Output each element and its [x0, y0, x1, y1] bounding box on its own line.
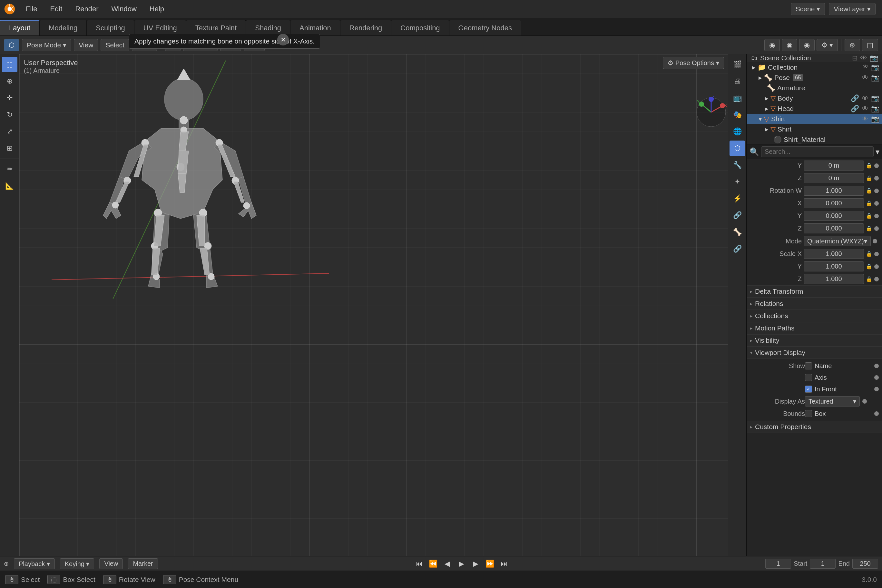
prop-tab-physics[interactable]: ⚡ — [729, 191, 745, 206]
outliner-settings-icon[interactable]: 👁 — [860, 54, 867, 62]
section-delta-transform[interactable]: ▸ Delta Transform — [747, 285, 882, 297]
visibility-icon[interactable]: 👁 — [862, 63, 868, 71]
outliner-item-armature[interactable]: 🦴 Armature — [747, 83, 882, 93]
view-menu-timeline[interactable]: View — [99, 558, 123, 569]
prop-rz-dot[interactable] — [874, 226, 879, 231]
menu-help[interactable]: Help — [143, 0, 171, 18]
prop-tab-particles[interactable]: ✦ — [729, 174, 745, 189]
prop-tab-object[interactable]: ⬡ — [729, 141, 745, 156]
outliner-item-shirt-parent[interactable]: ▾ ▽ Shirt 👁 📷 — [747, 114, 882, 124]
shirt-visibility-icon[interactable]: 👁 — [862, 115, 868, 123]
prop-tab-world[interactable]: 🌐 — [729, 124, 745, 139]
start-frame-input[interactable] — [810, 559, 836, 568]
viewport-shading-options[interactable]: ⚙ ▾ — [816, 39, 838, 51]
select-tool[interactable]: ⬚ — [2, 57, 17, 72]
viewport-shading-rendered[interactable]: ◉ — [799, 39, 814, 51]
shirt-render-icon[interactable]: 📷 — [871, 115, 879, 123]
prop-rotation-w-value[interactable]: 1.000 — [804, 186, 864, 196]
section-motion-paths[interactable]: ▸ Motion Paths — [747, 322, 882, 334]
jump-to-start-btn[interactable]: ⏮ — [413, 558, 425, 570]
outliner-item-shirt[interactable]: ▸ ▽ Shirt — [747, 124, 882, 134]
menu-edit[interactable]: Edit — [44, 0, 69, 18]
prop-mode-dot[interactable] — [873, 239, 877, 243]
prop-rw-lock[interactable]: 🔒 — [866, 188, 872, 194]
outliner-item-body[interactable]: ▸ ▽ Body 🔗 👁 📷 — [747, 93, 882, 104]
show-in-front-checkbox[interactable]: ✓ — [805, 386, 812, 393]
cursor-tool[interactable]: ⊕ — [2, 74, 17, 89]
head-render-icon[interactable]: 📷 — [871, 105, 879, 112]
render-icon[interactable]: 📷 — [871, 63, 879, 71]
marker-menu[interactable]: Marker — [128, 558, 158, 569]
scene-selector[interactable]: Scene ▾ — [791, 3, 825, 15]
viewlayer-selector[interactable]: ViewLayer ▾ — [829, 3, 876, 15]
prop-tab-output[interactable]: 🖨 — [729, 74, 745, 89]
prop-rotation-y-value[interactable]: 0.000 — [804, 211, 864, 221]
blender-logo[interactable] — [0, 0, 20, 18]
mode-selector[interactable]: Pose Mode ▾ — [22, 39, 71, 51]
outliner-item-head[interactable]: ▸ ▽ Head 🔗 👁 📷 — [747, 104, 882, 114]
outliner-restrict-icon[interactable]: 📷 — [870, 54, 878, 62]
transform-tool[interactable]: ⊞ — [2, 141, 17, 156]
show-name-dot[interactable] — [874, 364, 879, 368]
xray-toggle[interactable]: ◫ — [862, 39, 878, 51]
tooltip-close-button[interactable]: ✕ — [277, 34, 289, 45]
measure-tool[interactable]: 📐 — [2, 178, 17, 194]
prop-z-dot[interactable] — [874, 176, 879, 180]
prop-tab-constraints[interactable]: 🔗 — [729, 208, 745, 223]
play-btn[interactable]: ▶ — [456, 558, 467, 570]
tab-texture-paint[interactable]: Texture Paint — [186, 20, 246, 36]
tab-uv-editing[interactable]: UV Editing — [134, 20, 186, 36]
outliner-item-collection[interactable]: ▸ 📁 Collection 👁 📷 — [747, 62, 882, 72]
prop-sx-lock[interactable]: 🔒 — [866, 251, 872, 257]
step-back-btn[interactable]: ◀ — [442, 558, 453, 570]
prop-tab-modifier[interactable]: 🔧 — [729, 158, 745, 173]
prop-sx-dot[interactable] — [874, 252, 879, 256]
tab-modeling[interactable]: Modeling — [40, 20, 87, 36]
prop-mode-dropdown[interactable]: Quaternion (WXYZ) ▾ — [804, 236, 871, 246]
head-visibility-icon[interactable]: 👁 — [862, 105, 868, 112]
end-frame-input[interactable] — [852, 559, 878, 568]
next-keyframe-btn[interactable]: ⏩ — [484, 558, 496, 570]
prop-sz-dot[interactable] — [874, 277, 879, 281]
tab-geometry-nodes[interactable]: Geometry Nodes — [449, 20, 521, 36]
prop-rx-lock[interactable]: 🔒 — [866, 200, 872, 206]
show-in-front-dot[interactable] — [874, 387, 879, 392]
section-viewport-display[interactable]: ▾ Viewport Display — [747, 346, 882, 359]
view-menu[interactable]: View — [74, 39, 98, 51]
prop-y-dot[interactable] — [874, 164, 879, 168]
prop-y-value[interactable]: 0 m — [804, 160, 864, 171]
pose-options-button[interactable]: ⚙ Pose Options ▾ — [663, 57, 724, 69]
viewport-shading-solid[interactable]: ◉ — [764, 39, 780, 51]
annotate-tool[interactable]: ✏ — [2, 162, 17, 177]
main-viewport[interactable]: User Perspective (1) Armature ⚙ Pose Opt… — [20, 54, 747, 556]
prop-sz-lock[interactable]: 🔒 — [866, 276, 872, 282]
tab-sculpting[interactable]: Sculpting — [87, 20, 134, 36]
outliner-item-shirt-material[interactable]: ⚫ Shirt_Material — [747, 134, 882, 144]
body-render-icon[interactable]: 📷 — [871, 94, 879, 102]
prop-tab-bone-constraints[interactable]: 🔗 — [729, 241, 745, 256]
jump-to-end-btn[interactable]: ⏭ — [498, 558, 510, 570]
show-name-checkbox[interactable] — [805, 362, 812, 369]
prop-rz-lock[interactable]: 🔒 — [866, 225, 872, 231]
prop-tab-view[interactable]: 📺 — [729, 90, 745, 106]
bounds-dot[interactable] — [874, 411, 879, 416]
prop-tab-render[interactable]: 🎬 — [729, 57, 745, 72]
scale-tool[interactable]: ⤢ — [2, 124, 17, 139]
rotate-tool[interactable]: ↻ — [2, 107, 17, 123]
tab-rendering[interactable]: Rendering — [340, 20, 392, 36]
tab-layout[interactable]: Layout — [0, 20, 40, 36]
prop-rotation-x-value[interactable]: 0.000 — [804, 198, 864, 208]
pose-visibility-icon[interactable]: 👁 — [862, 74, 868, 81]
search-dropdown-icon[interactable]: ▾ — [876, 147, 879, 156]
display-as-dot[interactable] — [862, 399, 867, 404]
select-menu[interactable]: Select — [100, 39, 129, 51]
pose-render-icon[interactable]: 📷 — [871, 74, 879, 81]
display-as-dropdown[interactable]: Textured ▾ — [805, 396, 860, 406]
prop-rw-dot[interactable] — [874, 189, 879, 193]
prop-rx-dot[interactable] — [874, 201, 879, 206]
prop-y-lock[interactable]: 🔒 — [866, 162, 872, 169]
body-visibility-icon[interactable]: 👁 — [862, 94, 868, 102]
prop-sy-dot[interactable] — [874, 264, 879, 269]
prop-tab-scene[interactable]: 🎭 — [729, 107, 745, 123]
menu-window[interactable]: Window — [105, 0, 143, 18]
